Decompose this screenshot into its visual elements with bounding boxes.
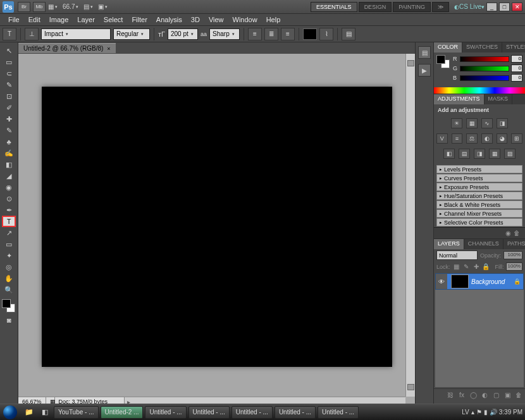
selective-icon[interactable]: ▨ <box>504 149 516 159</box>
group-icon[interactable]: ▢ <box>491 391 500 398</box>
menu-3d[interactable]: 3D <box>187 15 204 25</box>
3d-camera-tool[interactable]: ◎ <box>2 261 16 273</box>
brush-tool[interactable]: ✎ <box>2 125 16 136</box>
zoom-level-dropdown[interactable]: 66.7 <box>63 3 78 10</box>
visibility-icon[interactable]: 👁 <box>436 274 447 289</box>
3d-tool[interactable]: ✦ <box>2 250 16 261</box>
b-slider[interactable] <box>460 75 509 81</box>
fill-input[interactable]: 100% <box>506 262 522 271</box>
shape-tool[interactable]: ▭ <box>2 238 16 250</box>
preset-hue[interactable]: Hue/Saturation Presets <box>436 192 522 200</box>
menu-edit[interactable]: Edit <box>24 15 45 25</box>
foreground-color[interactable] <box>2 299 11 308</box>
hue-icon[interactable]: ≡ <box>452 133 463 144</box>
invert-icon[interactable]: ◧ <box>443 149 455 159</box>
tab-paths[interactable]: PATHS <box>503 239 525 249</box>
mixer-icon[interactable]: ⊞ <box>511 133 522 144</box>
color-spectrum[interactable] <box>434 87 525 94</box>
tray-arrow-icon[interactable]: ▴ <box>471 409 474 416</box>
tab-adjustments[interactable]: ADJUSTMENTS <box>434 94 485 104</box>
threshold-icon[interactable]: ◨ <box>474 149 485 159</box>
quickmask-tool[interactable]: ◙ <box>2 314 16 326</box>
g-slider[interactable] <box>460 66 509 71</box>
task-untitled-1[interactable]: Untitled - ... <box>145 406 186 419</box>
preset-levels[interactable]: Levels Presets <box>436 165 522 173</box>
layer-thumbnail[interactable] <box>451 275 469 288</box>
lock-trans-icon[interactable]: ▦ <box>453 263 460 271</box>
eyedropper-tool[interactable]: ✐ <box>2 102 16 113</box>
crop-tool[interactable]: ⊡ <box>2 90 16 102</box>
tab-channels[interactable]: CHANNELS <box>464 239 503 249</box>
lock-all-icon[interactable]: 🔒 <box>482 263 490 271</box>
warp-text-icon[interactable]: ⌇ <box>319 28 333 40</box>
preset-selective[interactable]: Selective Color Presets <box>436 218 522 226</box>
tab-masks[interactable]: MASKS <box>485 94 513 104</box>
menu-select[interactable]: Select <box>99 15 128 25</box>
actions-panel-icon[interactable]: ▶ <box>418 64 431 77</box>
gradient-tool[interactable]: ◢ <box>2 170 16 182</box>
layer-row[interactable]: 👁 Background 🔒 <box>435 273 524 290</box>
fx-icon[interactable]: fx <box>457 391 466 398</box>
preset-bw[interactable]: Black & White Presets <box>436 201 522 209</box>
character-panel-icon[interactable]: ▤ <box>342 28 355 40</box>
start-button[interactable] <box>0 404 20 421</box>
vibrance-icon[interactable]: V <box>436 133 448 144</box>
eraser-tool[interactable]: ◧ <box>2 159 16 170</box>
view-arrangement-dropdown[interactable]: ▦ <box>48 3 58 10</box>
tool-preset-icon[interactable]: T <box>3 28 16 40</box>
font-family-dropdown[interactable]: Impact <box>41 28 111 40</box>
healing-tool[interactable]: ✚ <box>2 113 16 125</box>
pen-tool[interactable]: ✒ <box>2 204 16 216</box>
pin-icon[interactable]: ◧ <box>38 406 52 419</box>
curves-icon[interactable]: ∿ <box>481 118 493 128</box>
align-left-icon[interactable]: ≡ <box>248 28 262 40</box>
menu-layer[interactable]: Layer <box>73 15 99 25</box>
delete-layer-icon[interactable]: 🗑 <box>514 391 523 398</box>
tab-layers[interactable]: LAYERS <box>434 239 464 249</box>
workspace-essentials[interactable]: ESSENTIALS <box>311 2 357 12</box>
brightness-icon[interactable]: ☀ <box>451 118 462 128</box>
menu-file[interactable]: File <box>4 15 24 25</box>
lang-indicator[interactable]: LV <box>462 409 469 416</box>
clock[interactable]: 3:39 PM <box>499 409 522 416</box>
balance-icon[interactable]: ⚖ <box>466 133 478 144</box>
workspace-painting[interactable]: PAINTING <box>393 2 431 12</box>
minibridge-icon[interactable]: Mb <box>33 2 46 12</box>
workspace-more[interactable]: ≫ <box>432 2 449 12</box>
preset-exposure[interactable]: Exposure Presets <box>436 183 522 191</box>
move-tool[interactable]: ↖ <box>2 45 16 56</box>
align-right-icon[interactable]: ≡ <box>281 28 295 40</box>
canvas[interactable] <box>42 87 392 367</box>
panel-color-swatch[interactable] <box>436 55 450 69</box>
blend-mode-dropdown[interactable]: Normal <box>436 250 478 260</box>
r-value[interactable]: 0 <box>511 55 522 63</box>
mask-icon[interactable]: ◯ <box>469 391 478 398</box>
preset-curves[interactable]: Curves Presets <box>436 174 522 182</box>
opacity-input[interactable]: 100% <box>503 251 522 259</box>
g-value[interactable]: 0 <box>511 65 522 72</box>
tray-network-icon[interactable]: ▮ <box>484 409 488 416</box>
font-weight-dropdown[interactable]: Regular <box>113 28 150 40</box>
adj-trash-icon[interactable]: 🗑 <box>512 229 521 237</box>
system-tray[interactable]: LV ▴ ⚑ ▮ 🔊 3:39 PM <box>462 409 525 416</box>
screen-mode-dropdown[interactable]: ▣ <box>98 3 108 10</box>
photo-filter-icon[interactable]: ◕ <box>497 133 508 144</box>
view-extras-dropdown[interactable]: ▤ <box>83 3 93 10</box>
link-layers-icon[interactable]: ⛓ <box>446 391 455 398</box>
zoom-tool[interactable]: 🔍 <box>2 284 16 295</box>
font-size-dropdown[interactable]: 200 pt <box>168 28 198 40</box>
canvas-area[interactable]: 66.67% ▦ Doc: 3.75M/0 bytes ▸ <box>18 54 415 406</box>
task-youtube[interactable]: YouTube - ... <box>54 406 99 419</box>
window-minimize[interactable]: _ <box>486 3 497 11</box>
task-untitled-4[interactable]: Untitled - ... <box>275 406 316 419</box>
menu-window[interactable]: Window <box>228 15 262 25</box>
menu-view[interactable]: View <box>204 15 228 25</box>
levels-icon[interactable]: ▦ <box>466 118 478 128</box>
cs-live-button[interactable]: ◐ CS Live ▾ <box>454 3 485 10</box>
task-untitled-5[interactable]: Untitled - ... <box>318 406 359 419</box>
tray-flag-icon[interactable]: ⚑ <box>476 409 482 416</box>
b-value[interactable]: 0 <box>511 74 522 82</box>
exposure-icon[interactable]: ◨ <box>497 118 508 128</box>
window-maximize[interactable]: □ <box>499 3 510 11</box>
vertical-scrollbar[interactable] <box>405 54 415 397</box>
